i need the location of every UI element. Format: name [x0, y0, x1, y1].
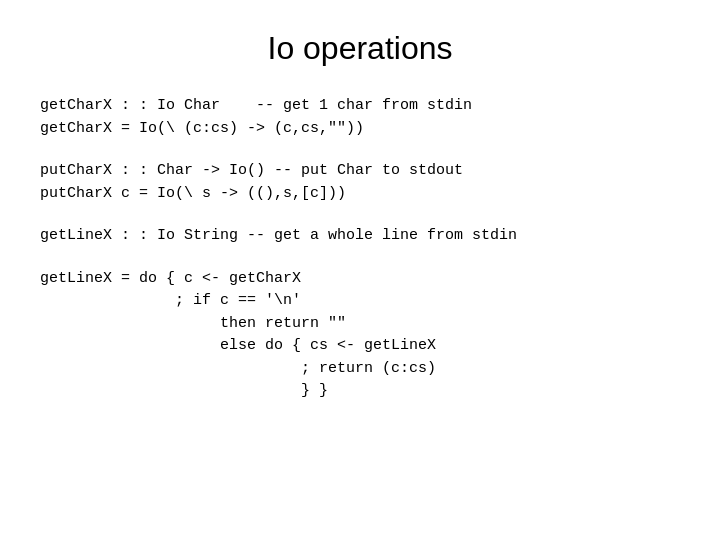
code-line: putCharX : : Char -> Io() -- put Char to…	[40, 160, 680, 183]
getcharx-type-section: getCharX : : Io Char -- get 1 char from …	[40, 95, 680, 140]
code-line: getCharX : : Io Char -- get 1 char from …	[40, 95, 680, 118]
getlinex-impl-section: getLineX = do { c <- getCharX ; if c == …	[40, 268, 680, 403]
code-block: getCharX : : Io Char -- get 1 char from …	[40, 95, 680, 423]
page-title: Io operations	[40, 30, 680, 67]
putcharx-section: putCharX : : Char -> Io() -- put Char to…	[40, 160, 680, 205]
code-line: ; if c == '\n'	[40, 290, 680, 313]
getlinex-type-section: getLineX : : Io String -- get a whole li…	[40, 225, 680, 248]
code-line: } }	[40, 380, 680, 403]
code-line: else do { cs <- getLineX	[40, 335, 680, 358]
code-line: getLineX = do { c <- getCharX	[40, 268, 680, 291]
code-line: then return ""	[40, 313, 680, 336]
code-line: getCharX = Io(\ (c:cs) -> (c,cs,""))	[40, 118, 680, 141]
code-line: ; return (c:cs)	[40, 358, 680, 381]
code-line: putCharX c = Io(\ s -> ((),s,[c]))	[40, 183, 680, 206]
page-container: Io operations getCharX : : Io Char -- ge…	[0, 0, 720, 540]
code-line: getLineX : : Io String -- get a whole li…	[40, 225, 680, 248]
